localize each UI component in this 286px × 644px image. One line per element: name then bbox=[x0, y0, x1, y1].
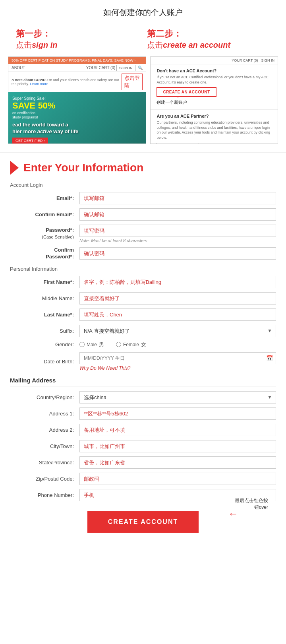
last-name-label: Last Name*: bbox=[10, 312, 79, 318]
screenshot-right: YOUR CART (0) SIGN IN Don't have an ACE … bbox=[150, 56, 278, 144]
dob-row: Date of Birth: 📅 Why Do We Need This? bbox=[10, 352, 276, 371]
email-label: Email*: bbox=[10, 195, 79, 201]
password-wrap: Note: Must be at least 8 characters bbox=[79, 225, 276, 243]
first-name-label: First Name*: bbox=[10, 279, 79, 285]
dob-input[interactable] bbox=[79, 352, 276, 364]
ls-topbar: 50% OFF CERTIFICATION STUDY PROGRAMS: FI… bbox=[8, 57, 146, 64]
gender-male-radio[interactable] bbox=[79, 342, 85, 347]
suffix-select[interactable]: N/A 直接空着就好了 Jr. Sr. II III IV bbox=[79, 325, 276, 337]
confirm-password-row: ConfirmPassword*: bbox=[10, 247, 276, 260]
step2-label: 第二步： bbox=[147, 28, 270, 40]
dont-have-text: If you're not an ACE Certified Professio… bbox=[157, 75, 272, 85]
confirm-password-input[interactable] bbox=[79, 247, 276, 260]
step1-label: 第一步： bbox=[16, 28, 139, 40]
section-title-text: Enter Your Information bbox=[23, 161, 143, 174]
final-note: 最后点击红色按 钮over bbox=[235, 497, 268, 511]
last-name-input[interactable] bbox=[79, 308, 276, 321]
zip-input[interactable] bbox=[79, 473, 276, 485]
partner-text: Our partners, including continuing educa… bbox=[157, 120, 272, 140]
zip-row: Zip/Postal Code: bbox=[10, 473, 276, 485]
middle-name-input[interactable] bbox=[79, 292, 276, 305]
ls-sale-info: Super Spring Sale! SAVE 50% on certifica… bbox=[12, 96, 55, 120]
why-dob-link[interactable]: Why Do We Need This? bbox=[79, 365, 276, 371]
password-label: Password*:(Case Sensitive) bbox=[10, 227, 79, 241]
country-row: Country/Region: 选择china United States Ch… bbox=[10, 391, 276, 403]
email-row: Email*: bbox=[10, 192, 276, 204]
confirm-password-label: ConfirmPassword*: bbox=[10, 247, 79, 260]
last-name-row: Last Name*: bbox=[10, 308, 276, 321]
gender-female-radio[interactable] bbox=[116, 342, 121, 347]
first-name-input[interactable] bbox=[79, 276, 276, 288]
address2-row: Address 2: bbox=[10, 424, 276, 436]
final-arrow-icon: ← bbox=[228, 508, 238, 520]
sign-in-btn[interactable]: SIGN IN bbox=[116, 65, 135, 71]
confirm-email-label: Confirm Email*: bbox=[10, 211, 79, 217]
first-name-row: First Name*: bbox=[10, 276, 276, 288]
partners-signin-btn[interactable]: PARTNERS SIGN IN bbox=[157, 143, 199, 144]
get-certified-btn[interactable]: GET CERTIFIED › bbox=[12, 138, 48, 144]
rs-cart: YOUR CART (0) bbox=[232, 58, 258, 62]
suffix-row: Suffix: N/A 直接空着就好了 Jr. Sr. II III IV ▼ bbox=[10, 325, 276, 337]
address1-input[interactable] bbox=[79, 407, 276, 420]
password-row: Password*:(Case Sensitive) Note: Must be… bbox=[10, 225, 276, 243]
gender-female-option[interactable]: Female 女 bbox=[116, 341, 146, 348]
confirm-email-input[interactable] bbox=[79, 208, 276, 221]
city-input[interactable] bbox=[79, 440, 276, 452]
country-label: Country/Region: bbox=[10, 394, 79, 400]
suffix-label: Suffix: bbox=[10, 328, 79, 334]
gender-options: Male 男 Female 女 bbox=[79, 341, 146, 348]
dob-wrap: 📅 Why Do We Need This? bbox=[79, 352, 276, 371]
divider bbox=[0, 152, 286, 153]
country-select[interactable]: 选择china United States China Other bbox=[79, 391, 276, 403]
screenshot-left: 50% OFF CERTIFICATION STUDY PROGRAMS: FI… bbox=[8, 56, 146, 144]
step1: 第一步： 点击sign in bbox=[12, 26, 143, 52]
section-title-arrow-icon bbox=[10, 161, 19, 175]
city-label: City/Town: bbox=[10, 443, 79, 449]
rs-dont-have-card: Don't have an ACE Account? If you're not… bbox=[151, 64, 278, 110]
state-input[interactable] bbox=[79, 456, 276, 469]
password-input[interactable] bbox=[79, 225, 276, 237]
about-link: ABOUT bbox=[12, 66, 25, 70]
search-icon[interactable]: 🔍 bbox=[138, 66, 143, 70]
country-select-wrap: 选择china United States China Other ▼ bbox=[79, 391, 276, 403]
calendar-icon: 📅 bbox=[266, 355, 273, 361]
gender-row: Gender: Male 男 Female 女 bbox=[10, 341, 276, 348]
rs-topbar: YOUR CART (0) SIGN IN bbox=[151, 57, 278, 64]
btn-section: 最后点击红色按 钮over ← CREATE ACCOUNT bbox=[10, 511, 276, 549]
account-login-label: Account Login bbox=[10, 182, 276, 188]
mailing-address-header: Mailing Address bbox=[10, 377, 276, 386]
confirm-email-row: Confirm Email*: bbox=[10, 208, 276, 221]
create-account-button[interactable]: CREATE ACCOUNT bbox=[87, 511, 199, 533]
phone-label: Phone Number: bbox=[10, 492, 79, 498]
dont-have-title: Don't have an ACE Account? bbox=[157, 68, 272, 73]
arrow-to-create-btn: → bbox=[172, 92, 180, 101]
dob-input-wrap: 📅 bbox=[79, 352, 276, 364]
rs-signin[interactable]: SIGN IN bbox=[261, 58, 274, 62]
rs-partner-card: Are you an ACE Partner? Our partners, in… bbox=[151, 110, 278, 144]
email-input[interactable] bbox=[79, 192, 276, 204]
dob-label: Date of Birth: bbox=[10, 359, 79, 365]
middle-name-row: Middle Name: bbox=[10, 292, 276, 305]
create-account-outline-btn[interactable]: CREATE AN ACCOUNT bbox=[157, 87, 216, 97]
ls-banner-text: ead the world toward a hier more active … bbox=[12, 122, 78, 135]
page-title: 如何创建你的个人账户 bbox=[0, 0, 286, 22]
address2-label: Address 2: bbox=[10, 427, 79, 433]
address1-label: Address 1: bbox=[10, 411, 79, 417]
ls-covid-note: A note about COVID-19: and your client's… bbox=[8, 72, 146, 92]
click-login-label: 点击登陆 bbox=[122, 74, 143, 90]
step1-action: 点击sign in bbox=[16, 40, 139, 50]
address2-input[interactable] bbox=[79, 424, 276, 436]
step2: 第二步： 点击create an account bbox=[143, 26, 274, 52]
section-title: Enter Your Information bbox=[10, 161, 276, 175]
step2-action: 点击create an account bbox=[147, 40, 270, 50]
address1-row: Address 1: bbox=[10, 407, 276, 420]
ls-banner: Super Spring Sale! SAVE 50% on certifica… bbox=[8, 92, 146, 144]
state-row: State/Province: bbox=[10, 456, 276, 469]
gender-male-option[interactable]: Male 男 bbox=[79, 341, 104, 348]
state-label: State/Province: bbox=[10, 460, 79, 466]
covid-text: A note about COVID-19: and your client's… bbox=[12, 78, 122, 86]
suffix-select-wrap: N/A 直接空着就好了 Jr. Sr. II III IV ▼ bbox=[79, 325, 276, 337]
city-row: City/Town: bbox=[10, 440, 276, 452]
zip-label: Zip/Postal Code: bbox=[10, 476, 79, 482]
your-cart-link: YOUR CART (0) bbox=[86, 66, 116, 70]
